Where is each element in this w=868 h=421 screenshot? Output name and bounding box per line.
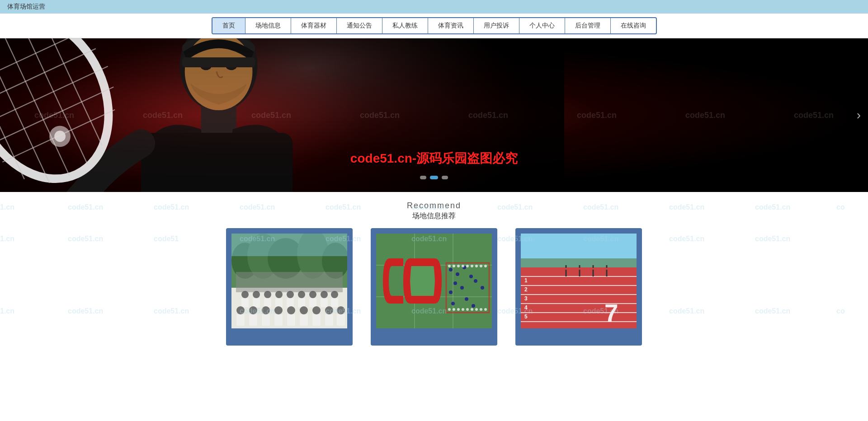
svg-point-35: [253, 291, 260, 298]
svg-point-52: [236, 306, 245, 314]
carousel-next-arrow[interactable]: ›: [857, 108, 861, 122]
recommend-section: Recommend 场地信息推荐: [0, 192, 868, 221]
svg-rect-46: [275, 298, 283, 307]
svg-rect-48: [298, 298, 305, 307]
svg-point-53: [249, 306, 257, 314]
recommend-zh-label: 场地信息推荐: [0, 211, 868, 221]
svg-point-103: [471, 308, 473, 311]
svg-point-82: [474, 279, 477, 283]
hero-carousel: code51.cn code51.cn code51.cn code51.cn …: [0, 38, 868, 192]
svg-rect-65: [287, 314, 295, 326]
svg-point-106: [484, 308, 487, 311]
svg-point-76: [449, 268, 453, 271]
svg-rect-43: [241, 298, 249, 307]
svg-point-95: [475, 265, 478, 267]
svg-rect-68: [325, 314, 333, 326]
svg-text:3: 3: [524, 295, 528, 302]
recommend-en-label: Recommend: [0, 201, 868, 210]
nav-item-consult[interactable]: 在线咨询: [611, 18, 656, 33]
venue-img-group-photo: [231, 234, 347, 328]
venue-card-1[interactable]: [226, 228, 353, 346]
carousel-dot-1[interactable]: [420, 176, 426, 179]
venue-img-track: 1 2 3 4 5 7: [521, 234, 637, 328]
svg-point-91: [457, 265, 460, 267]
svg-rect-51: [331, 298, 338, 307]
svg-point-36: [264, 291, 271, 298]
svg-point-84: [481, 286, 484, 290]
svg-point-97: [484, 265, 487, 267]
svg-point-85: [465, 297, 468, 301]
svg-point-56: [287, 306, 295, 314]
svg-point-42: [331, 291, 338, 298]
svg-point-60: [337, 306, 345, 314]
venue-card-3[interactable]: 1 2 3 4 5 7: [515, 228, 642, 346]
venue-cards-container: 1 2 3 4 5 7: [0, 221, 868, 346]
svg-point-94: [471, 265, 473, 267]
svg-rect-49: [309, 298, 316, 307]
top-bar: 体育场馆运营: [0, 0, 868, 14]
svg-rect-50: [321, 298, 328, 307]
svg-rect-45: [264, 298, 271, 307]
nav-item-profile[interactable]: 个人中心: [519, 18, 565, 33]
svg-text:4: 4: [524, 304, 528, 311]
nav-item-equipment[interactable]: 体育器材: [291, 18, 337, 33]
svg-point-57: [300, 306, 308, 314]
venue-card-2[interactable]: [371, 228, 497, 346]
svg-point-96: [480, 265, 482, 267]
svg-point-100: [457, 308, 460, 311]
svg-point-81: [460, 286, 464, 290]
svg-point-105: [480, 308, 482, 311]
venue-image-1: [231, 234, 347, 328]
svg-point-55: [274, 306, 283, 314]
svg-rect-44: [253, 298, 260, 307]
svg-point-104: [475, 308, 478, 311]
svg-point-86: [451, 302, 455, 305]
nav-item-news[interactable]: 体育资讯: [428, 18, 474, 33]
svg-rect-67: [312, 314, 321, 326]
svg-rect-33: [236, 272, 343, 292]
hero-player-image: [0, 38, 564, 192]
carousel-dots: [420, 176, 448, 179]
svg-point-83: [449, 290, 453, 294]
svg-point-93: [466, 265, 469, 267]
svg-rect-22: [182, 57, 255, 67]
svg-point-58: [312, 306, 321, 314]
svg-rect-66: [300, 314, 308, 326]
svg-rect-47: [287, 298, 294, 307]
svg-text:2: 2: [524, 286, 528, 293]
svg-point-89: [448, 265, 451, 267]
svg-point-90: [453, 265, 455, 267]
svg-rect-62: [249, 314, 257, 326]
svg-point-39: [298, 291, 305, 298]
svg-point-77: [456, 272, 459, 276]
svg-point-24: [54, 131, 66, 142]
svg-point-41: [321, 291, 328, 298]
svg-point-87: [472, 304, 475, 308]
svg-point-79: [469, 275, 473, 278]
nav-item-venue-info[interactable]: 场地信息: [245, 18, 291, 33]
carousel-dot-3[interactable]: [442, 176, 448, 179]
venue-img-aerial: [376, 234, 492, 328]
nav-item-notice[interactable]: 通知公告: [337, 18, 382, 33]
svg-rect-5: [141, 133, 292, 192]
site-title: 体育场馆运营: [7, 3, 45, 10]
carousel-dot-2[interactable]: [430, 176, 438, 179]
svg-point-102: [466, 308, 469, 311]
svg-rect-61: [236, 314, 245, 326]
svg-point-101: [462, 308, 464, 311]
svg-point-59: [325, 306, 333, 314]
venue-image-2: [376, 234, 492, 328]
svg-point-37: [275, 291, 283, 298]
nav-item-home[interactable]: 首页: [212, 18, 245, 33]
svg-text:1: 1: [524, 277, 528, 284]
nav-item-complaint[interactable]: 用户投诉: [474, 18, 519, 33]
svg-point-40: [309, 291, 316, 298]
nav-item-admin[interactable]: 后台管理: [565, 18, 611, 33]
svg-point-99: [453, 308, 455, 311]
svg-point-34: [241, 291, 249, 298]
svg-point-38: [287, 291, 294, 298]
nav-item-coach[interactable]: 私人教练: [382, 18, 428, 33]
svg-point-98: [448, 308, 451, 311]
svg-text:5: 5: [524, 313, 528, 320]
svg-rect-31: [231, 234, 347, 256]
